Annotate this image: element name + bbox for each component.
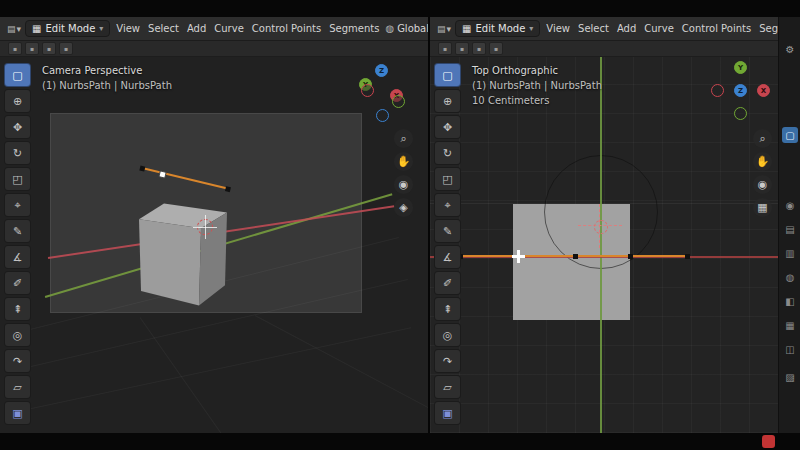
gizmo-axis-ball[interactable]: Z xyxy=(375,64,388,77)
properties-tab-icon[interactable]: ▢ xyxy=(782,127,798,143)
tool-button[interactable]: ✐ xyxy=(4,271,31,295)
tool-button[interactable]: ▢ xyxy=(4,63,31,87)
tool-button[interactable]: ∡ xyxy=(4,245,31,269)
edit-mode-icon: ▦ xyxy=(32,23,41,34)
navigation-gizmo[interactable]: Z X Y xyxy=(351,62,411,122)
menu-item[interactable]: Select xyxy=(144,21,183,36)
tool-button[interactable]: ⌖ xyxy=(4,193,31,217)
hand-icon[interactable]: ✋ xyxy=(753,152,772,171)
tool-icon: ⌖ xyxy=(14,199,20,212)
camera-view-icon[interactable]: ◉ xyxy=(753,175,772,194)
properties-tab-icon[interactable]: ◍ xyxy=(782,269,798,285)
tool-button[interactable]: ✥ xyxy=(434,115,461,139)
control-point[interactable] xyxy=(573,254,578,259)
viewport-header: ▤ ▾ ▦ Edit Mode ▾ ViewSelectAddCurveCont… xyxy=(0,17,428,41)
tool-settings-toggle-icon[interactable]: ▪ xyxy=(59,42,73,55)
lock-icon[interactable]: ◈ xyxy=(394,198,413,217)
tool-button[interactable]: ↻ xyxy=(434,141,461,165)
gizmo-axis-ball[interactable]: X xyxy=(757,84,770,97)
gizmo-axis-ball[interactable]: Y xyxy=(734,61,747,74)
grid-icon[interactable]: ▦ xyxy=(753,198,772,217)
tool-settings-toggle-icon[interactable]: ▪ xyxy=(489,42,503,55)
tool-button[interactable]: ⊕ xyxy=(4,89,31,113)
tool-settings-toggle-icon[interactable]: ▪ xyxy=(25,42,39,55)
transform-orientation-dropdown[interactable]: ◍ Global ▾ ∪ xyxy=(385,23,428,34)
gizmo-axis-ball[interactable] xyxy=(376,109,389,122)
tool-button[interactable]: ✎ xyxy=(434,219,461,243)
menu-item[interactable]: Control Points xyxy=(248,21,325,36)
tool-button[interactable]: ▱ xyxy=(4,375,31,399)
tool-button[interactable]: ⌖ xyxy=(434,193,461,217)
menu-bar: ViewSelectAddCurveControl PointsSegments xyxy=(542,21,778,36)
tool-button[interactable]: ▣ xyxy=(4,401,31,425)
tool-button[interactable]: ✥ xyxy=(4,115,31,139)
grid-floor-line xyxy=(8,327,411,414)
menu-item[interactable]: View xyxy=(542,21,574,36)
tool-settings-toggle-icon[interactable]: ▪ xyxy=(438,42,452,55)
tool-button[interactable]: ◎ xyxy=(434,323,461,347)
menu-item[interactable]: Curve xyxy=(210,21,248,36)
properties-tab-icon[interactable]: ◫ xyxy=(782,341,798,357)
cube-object[interactable] xyxy=(133,198,233,310)
tool-settings-toggle-icon[interactable]: ▪ xyxy=(8,42,22,55)
menu-item[interactable]: View xyxy=(112,21,144,36)
zoom-icon[interactable]: ⌕ xyxy=(394,129,413,148)
tool-icon: ▣ xyxy=(12,407,22,420)
gizmo-axis-ball[interactable] xyxy=(734,107,747,120)
tool-button[interactable]: ↷ xyxy=(434,349,461,373)
tool-settings-toggle-icon[interactable]: ▪ xyxy=(472,42,486,55)
gizmo-axis-ball[interactable] xyxy=(711,84,724,97)
properties-tab-icon[interactable]: ◉ xyxy=(782,197,798,213)
tool-settings-toggle-icon[interactable]: ▪ xyxy=(42,42,56,55)
menu-item[interactable]: Control Points xyxy=(678,21,755,36)
tool-settings-toggle-icon[interactable]: ▪ xyxy=(455,42,469,55)
editor-type-button[interactable]: ▤ ▾ xyxy=(435,23,453,35)
menu-item[interactable]: Add xyxy=(613,21,640,36)
editor-type-button[interactable]: ▤ ▾ xyxy=(5,23,23,35)
control-point[interactable] xyxy=(685,254,690,259)
tool-button[interactable]: ⇞ xyxy=(434,297,461,321)
tool-button[interactable]: ▣ xyxy=(434,401,461,425)
tool-button[interactable]: ↷ xyxy=(4,349,31,373)
menu-item[interactable]: Select xyxy=(574,21,613,36)
tool-icon: ⊕ xyxy=(443,95,452,108)
tool-button[interactable]: ✎ xyxy=(4,219,31,243)
menu-item[interactable]: Add xyxy=(183,21,210,36)
tool-button[interactable]: ◎ xyxy=(4,323,31,347)
gizmo-axis-ball[interactable] xyxy=(392,95,405,108)
tool-settings-bar: ▪▪▪▪ xyxy=(430,41,778,57)
properties-tab-icon[interactable]: ▤ xyxy=(782,221,798,237)
tool-button[interactable]: ▱ xyxy=(434,375,461,399)
viewport-header: ▤ ▾ ▦ Edit Mode ▾ ViewSelectAddCurveCont… xyxy=(430,17,778,41)
menu-item[interactable]: Segments xyxy=(755,21,778,36)
hand-icon[interactable]: ✋ xyxy=(394,152,413,171)
properties-tab-icon[interactable]: ▨ xyxy=(782,369,798,385)
control-point[interactable] xyxy=(628,254,633,259)
tool-button[interactable]: ⇞ xyxy=(4,297,31,321)
properties-tab-icon[interactable]: ⚙ xyxy=(782,41,798,57)
menu-item[interactable]: Segments xyxy=(325,21,383,36)
tool-button[interactable]: ◰ xyxy=(4,167,31,191)
gizmo-axis-ball[interactable]: Z xyxy=(734,84,747,97)
tool-button[interactable]: ∡ xyxy=(434,245,461,269)
globe-icon: ◍ xyxy=(385,23,394,34)
gizmo-axis-ball[interactable] xyxy=(361,84,374,97)
toolbar: ▢ ⊕ ✥ ↻ ◰ ⌖ ✎ xyxy=(434,63,461,425)
tool-icon: ✥ xyxy=(443,121,452,134)
tool-button[interactable]: ◰ xyxy=(434,167,461,191)
navigation-gizmo[interactable]: Y X Z xyxy=(710,60,770,120)
tool-button[interactable]: ▢ xyxy=(434,63,461,87)
mode-dropdown[interactable]: ▦ Edit Mode ▾ xyxy=(25,20,110,37)
nurbs-path-curve[interactable] xyxy=(460,255,688,257)
tool-button[interactable]: ✐ xyxy=(434,271,461,295)
properties-tab-icon[interactable]: ▦ xyxy=(782,317,798,333)
tool-button[interactable]: ↻ xyxy=(4,141,31,165)
mode-dropdown[interactable]: ▦ Edit Mode ▾ xyxy=(455,20,540,37)
mode-label: Edit Mode xyxy=(476,23,526,34)
camera-view-icon[interactable]: ◉ xyxy=(394,175,413,194)
properties-tab-icon[interactable]: ▥ xyxy=(782,245,798,261)
tool-button[interactable]: ⊕ xyxy=(434,89,461,113)
menu-item[interactable]: Curve xyxy=(640,21,678,36)
properties-tab-icon[interactable]: ◧ xyxy=(782,293,798,309)
zoom-icon[interactable]: ⌕ xyxy=(753,129,772,148)
